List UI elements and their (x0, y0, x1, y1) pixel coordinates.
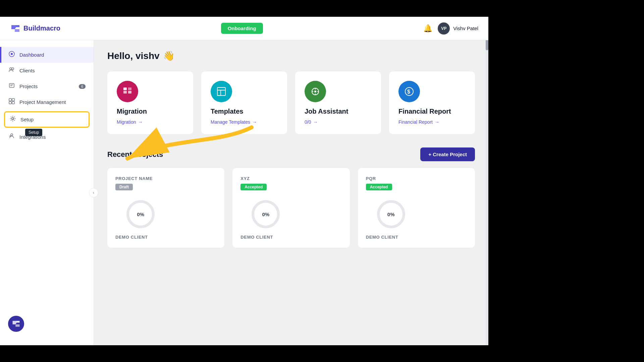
svg-rect-8 (12, 99, 14, 101)
sidebar-label-setup: Setup (20, 117, 34, 122)
svg-rect-9 (9, 102, 11, 104)
header: Buildmacro Onboarding 🔔 VP Vishv Patel (0, 17, 488, 40)
notification-icon[interactable]: 🔔 (423, 24, 432, 33)
job-assistant-icon-circle (305, 81, 326, 102)
greeting: Hello, vishv 👋 (107, 50, 475, 61)
sidebar-label-projects: Projects (19, 83, 38, 89)
svg-rect-17 (217, 87, 225, 96)
svg-rect-7 (9, 99, 11, 101)
project-card-3[interactable]: PQR Accepted 0% DEMO CLIENT (358, 168, 475, 248)
card-migration[interactable]: Migration Migration → (107, 71, 193, 134)
sidebar-item-setup[interactable]: Setup (5, 112, 89, 127)
card-job-assistant[interactable]: Job Assistant 0/0 → (295, 71, 381, 134)
status-badge-2: Accepted (240, 184, 267, 190)
status-badge-1: Draft (115, 184, 133, 190)
project-card-1[interactable]: PROJECT NAME Draft 0% DEMO CLIENT (107, 168, 224, 248)
svg-point-21 (314, 90, 316, 93)
layout: Dashboard Clients Projects 6 (0, 40, 488, 345)
projects-grid: PROJECT NAME Draft 0% DEMO CLIENT XYZ Ac… (107, 168, 475, 248)
sidebar-item-integrations[interactable]: Integrations (0, 129, 94, 145)
onboarding-button[interactable]: Onboarding (221, 23, 263, 34)
card-financial-report[interactable]: $ Financial Report Financial Report → (389, 71, 475, 134)
projects-badge: 6 (79, 84, 86, 89)
client-name-1: DEMO CLIENT (115, 235, 216, 240)
svg-rect-10 (12, 102, 14, 104)
project-name-3: PQR (366, 176, 467, 181)
svg-text:$: $ (407, 89, 410, 95)
status-badge-3: Accepted (366, 184, 392, 190)
setup-tooltip: Setup (25, 129, 42, 136)
svg-point-1 (11, 53, 13, 55)
sidebar-item-dashboard[interactable]: Dashboard (0, 47, 94, 63)
progress-text-2: 0% (262, 212, 269, 217)
migration-icon-circle (117, 81, 138, 102)
progress-text-3: 0% (387, 212, 395, 217)
logo-text: Buildmacro (23, 24, 60, 32)
progress-circle-1: 0% (125, 199, 156, 229)
financial-report-card-link[interactable]: Financial Report → (398, 119, 466, 125)
card-templates[interactable]: Templates Manage Templates → (201, 71, 287, 134)
logo[interactable]: Buildmacro (10, 23, 60, 34)
migration-card-link[interactable]: Migration → (117, 119, 184, 125)
dashboard-icon (8, 51, 15, 59)
financial-report-card-title: Financial Report (398, 108, 466, 115)
progress-circle-3: 0% (376, 199, 406, 229)
setup-icon (9, 116, 16, 123)
project-name-1: PROJECT NAME (115, 176, 216, 181)
scrollbar-thumb[interactable] (486, 40, 488, 50)
header-right: 🔔 VP Vishv Patel (423, 22, 478, 35)
svg-rect-13 (123, 87, 127, 90)
client-name-3: DEMO CLIENT (366, 235, 467, 240)
svg-rect-14 (123, 91, 127, 94)
main-content: Hello, vishv 👋 Migration Migration → (94, 40, 488, 345)
client-name-2: DEMO CLIENT (240, 235, 341, 240)
user-name: Vishv Patel (453, 25, 478, 31)
migration-card-title: Migration (117, 108, 184, 115)
sidebar-collapse-button[interactable]: ‹ (89, 188, 98, 197)
projects-icon (8, 82, 15, 90)
project-card-2[interactable]: XYZ Accepted 0% DEMO CLIENT (232, 168, 350, 248)
svg-point-11 (12, 118, 14, 120)
user-info[interactable]: VP Vishv Patel (438, 22, 478, 35)
templates-card-link[interactable]: Manage Templates → (211, 119, 278, 125)
svg-point-2 (10, 68, 12, 70)
svg-point-3 (12, 68, 14, 70)
quick-actions: Migration Migration → Templates Manage T… (107, 71, 475, 134)
setup-highlight-wrapper: Setup Setup (4, 111, 90, 128)
sidebar-item-clients[interactable]: Clients (0, 63, 94, 78)
sidebar-bottom (0, 309, 94, 339)
job-assistant-card-link[interactable]: 0/0 → (305, 119, 372, 125)
greeting-text: Hello, vishv (107, 51, 160, 61)
progress-circle-2: 0% (251, 199, 281, 229)
logo-icon (10, 23, 21, 34)
sidebar-item-projects[interactable]: Projects 6 (0, 78, 94, 94)
scrollbar-track[interactable] (486, 40, 488, 345)
templates-card-title: Templates (211, 108, 278, 115)
integrations-icon (8, 133, 15, 141)
sidebar-label-dashboard: Dashboard (19, 52, 44, 58)
sidebar-item-project-management[interactable]: Project Management (0, 94, 94, 110)
job-assistant-card-title: Job Assistant (305, 108, 372, 115)
project-management-icon (8, 98, 15, 106)
svg-rect-4 (9, 83, 14, 87)
svg-rect-15 (128, 87, 131, 90)
sidebar-label-project-management: Project Management (19, 99, 66, 105)
clients-icon (8, 67, 15, 74)
templates-icon-circle (211, 81, 232, 102)
sidebar-label-clients: Clients (19, 68, 35, 73)
financial-report-icon-circle: $ (398, 81, 420, 102)
bottom-logo[interactable] (8, 316, 24, 332)
recent-projects-header: Recent Projects + Create Project (107, 147, 475, 161)
project-name-2: XYZ (240, 176, 341, 181)
greeting-emoji: 👋 (163, 50, 175, 61)
create-project-button[interactable]: + Create Project (420, 147, 475, 161)
sidebar: Dashboard Clients Projects 6 (0, 40, 94, 345)
recent-projects-title: Recent Projects (107, 150, 163, 159)
avatar: VP (438, 22, 450, 35)
svg-rect-16 (128, 91, 131, 94)
progress-text-1: 0% (137, 212, 144, 217)
header-center: Onboarding (221, 23, 263, 34)
